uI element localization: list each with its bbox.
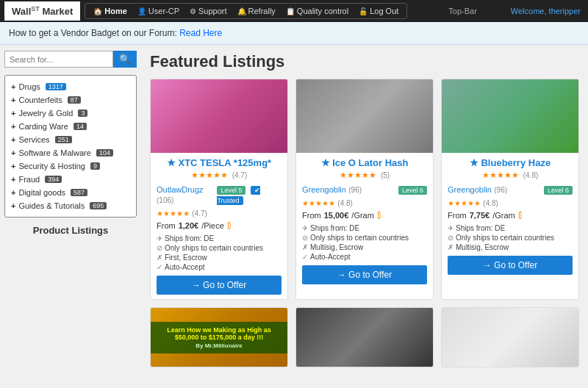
- search-input[interactable]: [4, 51, 113, 68]
- nav-support[interactable]: ⚙Support: [184, 5, 232, 17]
- rating-num: (4.7): [232, 171, 248, 179]
- cat-count: 9: [90, 162, 100, 170]
- listing-image: [442, 79, 578, 153]
- category-item-digital-goods[interactable]: +Digital goods587: [11, 186, 130, 199]
- escrow-info: ✗Multisig, Escrow: [448, 243, 573, 251]
- go-to-offer-button[interactable]: → Go to Offer: [448, 256, 573, 275]
- rating-num: (5): [381, 171, 390, 179]
- price-unit: /Gram: [492, 211, 515, 220]
- cat-count: 695: [90, 202, 107, 209]
- ship-icon: ✈: [302, 224, 308, 232]
- stars: ★★★★★: [482, 170, 519, 179]
- seller-reviews: (96): [348, 186, 362, 194]
- seller-row: Greengoblin (96) Level 6: [302, 184, 427, 195]
- listing-card: ★ Blueberry Haze ★★★★★ (4.8) Greengoblin…: [441, 79, 579, 300]
- nav-refrally[interactable]: 🔔Refrally: [232, 5, 281, 17]
- logo[interactable]: WallST Market: [4, 1, 80, 21]
- welcome-prefix: Welcome,: [511, 7, 549, 15]
- listing-stars: ★★★★★ (4.7): [157, 170, 282, 180]
- welcome-message: Welcome, theripper: [511, 7, 581, 15]
- escrow-icon: ✗: [157, 254, 162, 262]
- cat-plus-icon: +: [11, 82, 15, 91]
- listing-stars: ★★★★★ (5): [302, 170, 427, 180]
- seller-stars: ★★★★★: [302, 199, 335, 207]
- welcome-username: theripper: [549, 7, 581, 15]
- main-layout: 🔍 +Drugs1317+Counterfeits87+Jewelry & Go…: [0, 45, 588, 388]
- nav-usercp[interactable]: 👤User-CP: [132, 5, 184, 17]
- category-item-guides-&-tutorials[interactable]: +Guides & Tutorials695: [11, 199, 130, 212]
- cat-plus-icon: +: [11, 135, 15, 144]
- home-icon: 🏠: [93, 7, 102, 15]
- cat-label: Guides & Tutorials: [18, 201, 85, 210]
- info-banner-link[interactable]: Read Here: [179, 28, 222, 38]
- info-banner: How to get a Vendor Badget on our Forum:…: [0, 22, 588, 45]
- category-item-counterfeits[interactable]: +Counterfeits87: [11, 93, 130, 107]
- level-badge: Level 6: [398, 186, 427, 195]
- auto-accept: ✓Auto-Accept: [157, 263, 282, 271]
- bottom-image: Learn How we Making as High as $50,000 t…: [151, 308, 287, 367]
- category-item-fraud[interactable]: +Fraud394: [11, 173, 130, 186]
- globe-icon: ⊘: [448, 234, 453, 242]
- ship-icon: ✈: [157, 234, 162, 242]
- go-to-offer-button[interactable]: → Go to Offer: [157, 276, 282, 295]
- bottom-image: [442, 308, 578, 367]
- price-label: From: [448, 211, 467, 220]
- nav-home[interactable]: 🏠Home: [88, 5, 132, 17]
- cat-plus-icon: +: [11, 175, 15, 184]
- nav-quality[interactable]: 📋Quality control: [281, 5, 354, 17]
- nav-support-label: Support: [198, 7, 227, 15]
- seller-name[interactable]: Greengoblin: [302, 185, 346, 194]
- category-item-services[interactable]: +Services251: [11, 133, 130, 146]
- sidebar: 🔍 +Drugs1317+Counterfeits87+Jewelry & Go…: [0, 45, 141, 388]
- search-button[interactable]: 🔍: [113, 51, 137, 68]
- bottom-image: [296, 308, 433, 367]
- listing-stars: ★★★★★ (4.8): [448, 170, 573, 180]
- category-item-carding-ware[interactable]: +Carding Ware14: [11, 120, 130, 133]
- seller-name[interactable]: Greengoblin: [448, 185, 492, 194]
- price-row: From 7,75€ /Gram ₿: [448, 211, 573, 220]
- seller-rating-num: (4.7): [192, 209, 207, 218]
- nav-quality-label: Quality control: [297, 7, 348, 15]
- ships-from: ✈Ships from: DE: [448, 224, 573, 232]
- escrow-icon: ✗: [448, 243, 453, 251]
- nav-home-label: Home: [104, 7, 127, 15]
- top-bar: WallST Market 🏠Home 👤User-CP ⚙Support 🔔R…: [0, 0, 588, 22]
- category-item-drugs[interactable]: +Drugs1317: [11, 80, 130, 93]
- listing-card: ★ Ice O Lator Hash ★★★★★ (5) Greengoblin…: [295, 79, 434, 300]
- seller-rating-num: (4.8): [483, 199, 498, 207]
- cat-count: 1317: [46, 83, 66, 90]
- banner-text: Learn How we Making as High as $50,000 t…: [151, 322, 287, 353]
- stars: ★★★★★: [191, 170, 228, 179]
- content-area: Featured Listings ★ XTC TESLA *125mg* ★★…: [141, 45, 588, 388]
- cat-count: 3: [78, 109, 87, 117]
- seller-stars-row: ★★★★★ (4.8): [448, 198, 573, 208]
- search-bar-container: 🔍: [4, 51, 137, 68]
- listing-name: ★ XTC TESLA *125mg*: [157, 157, 282, 168]
- cat-plus-icon: +: [11, 96, 15, 104]
- category-item-jewelry-&-gold[interactable]: +Jewelry & Gold3: [11, 107, 130, 120]
- go-to-offer-button[interactable]: → Go to Offer: [302, 265, 427, 284]
- listing-name: ★ Ice O Lator Hash: [302, 157, 427, 168]
- stars: ★★★★★: [340, 170, 376, 179]
- user-icon: 👤: [137, 7, 146, 15]
- price-unit: /Gram: [351, 211, 374, 220]
- escrow-icon: ✗: [302, 243, 308, 251]
- seller-row: Greengoblin (96) Level 6: [448, 184, 573, 195]
- category-item-security-&-hosting[interactable]: +Security & Hosting9: [11, 159, 130, 173]
- cat-plus-icon: +: [11, 188, 15, 197]
- listing-card: ★ XTC TESLA *125mg* ★★★★★ (4.7) OutlawDr…: [150, 79, 288, 300]
- support-icon: ⚙: [190, 7, 196, 15]
- cat-plus-icon: +: [11, 109, 15, 118]
- cat-count: 104: [96, 149, 113, 157]
- listing-image: [296, 79, 433, 153]
- category-item-software-&-malware[interactable]: +Software & Malware104: [11, 146, 130, 159]
- cat-label: Security & Hosting: [18, 162, 85, 170]
- seller-name[interactable]: OutlawDrugz: [157, 185, 204, 194]
- price-row: From 1,20€ /Piece ₿: [157, 221, 282, 230]
- level-badge: Level 5: [217, 186, 245, 195]
- bottom-listing-card: Learn How we Making as High as $50,000 t…: [150, 307, 288, 367]
- price-value: 15,00€: [324, 211, 349, 220]
- cat-label: Jewelry & Gold: [18, 109, 73, 118]
- nav-usercp-label: User-CP: [148, 7, 179, 15]
- nav-logout[interactable]: 🔓Log Out: [354, 5, 404, 17]
